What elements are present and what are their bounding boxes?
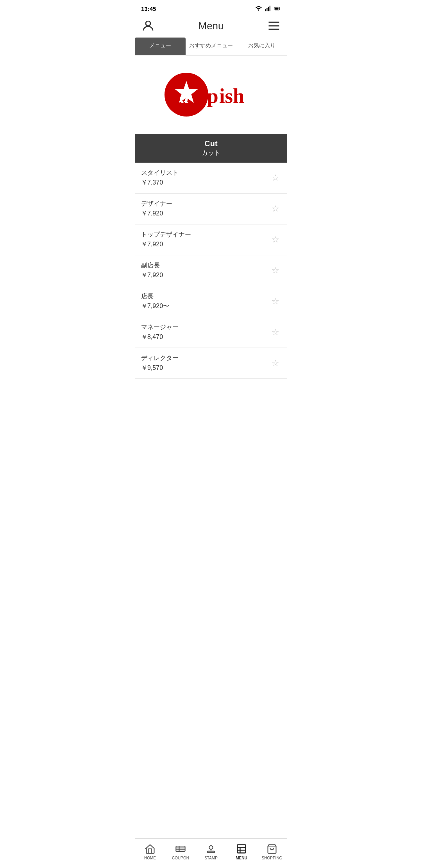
nav-menu-label: MENU <box>236 856 247 860</box>
svg-rect-5 <box>275 7 279 9</box>
nav-coupon-label: COUPON <box>172 856 189 860</box>
logo-area: a p ish <box>135 56 287 134</box>
home-icon <box>145 843 156 854</box>
menu-item[interactable]: デザイナー ￥7,920 ☆ <box>135 194 287 224</box>
favorite-star-4[interactable]: ☆ <box>270 296 281 307</box>
shopping-icon <box>266 843 277 854</box>
tab-favorites[interactable]: お気に入り <box>236 38 287 55</box>
bottom-nav: HOME COUPON STAMP MENU <box>135 838 287 868</box>
battery-icon <box>274 5 281 12</box>
menu-book-icon <box>236 843 247 854</box>
svg-point-6 <box>146 21 150 26</box>
menu-item-info: トップデザイナー ￥7,920 <box>141 231 191 249</box>
stamp-icon <box>206 843 216 854</box>
signal-icon <box>265 5 272 12</box>
category-header: Cut カット <box>135 134 287 163</box>
menu-item[interactable]: 副店長 ￥7,920 ☆ <box>135 255 287 286</box>
svg-text:a: a <box>180 86 190 107</box>
svg-rect-20 <box>207 851 215 853</box>
menu-item-info: マネージャー ￥8,470 <box>141 323 179 341</box>
menu-item[interactable]: ディレクター ￥9,570 ☆ <box>135 348 287 379</box>
category-ja: カット <box>140 149 282 157</box>
svg-text:p: p <box>207 84 218 107</box>
svg-rect-2 <box>268 7 269 11</box>
menu-item[interactable]: マネージャー ￥8,470 ☆ <box>135 317 287 348</box>
menu-item-info: 副店長 ￥7,920 <box>141 262 163 280</box>
menu-item-info: ディレクター ￥9,570 <box>141 354 179 372</box>
nav-coupon[interactable]: COUPON <box>165 842 196 862</box>
menu-item-info: デザイナー ￥7,920 <box>141 200 172 218</box>
menu-item[interactable]: トップデザイナー ￥7,920 ☆ <box>135 224 287 255</box>
svg-rect-3 <box>270 6 270 11</box>
person-svg <box>141 19 155 33</box>
category-en: Cut <box>140 139 282 148</box>
menu-item[interactable]: スタイリスト ￥7,370 ☆ <box>135 163 287 194</box>
content-area: a p ish Cut カット スタイリスト ￥7,370 ☆ デザイナー ￥7… <box>135 56 287 410</box>
favorite-star-5[interactable]: ☆ <box>270 327 281 338</box>
profile-icon[interactable] <box>141 19 155 33</box>
favorite-star-3[interactable]: ☆ <box>270 265 281 276</box>
menu-icon[interactable] <box>267 19 281 33</box>
tab-recommended[interactable]: おすすめメニュー <box>186 38 236 55</box>
favorite-star-1[interactable]: ☆ <box>270 203 281 214</box>
favorite-star-6[interactable]: ☆ <box>270 358 281 369</box>
menu-item[interactable]: 店長 ￥7,920〜 ☆ <box>135 286 287 317</box>
header-title: Menu <box>155 20 267 32</box>
hamburger-svg <box>267 19 281 33</box>
favorite-star-2[interactable]: ☆ <box>270 234 281 245</box>
tab-menu[interactable]: メニュー <box>135 38 186 55</box>
svg-point-19 <box>209 846 213 849</box>
header: Menu <box>135 16 287 38</box>
wifi-icon <box>255 5 262 12</box>
tab-bar: メニュー おすすめメニュー お気に入り <box>135 38 287 56</box>
nav-shopping-label: SHOPPING <box>262 856 283 860</box>
svg-rect-22 <box>238 845 246 853</box>
favorite-star-0[interactable]: ☆ <box>270 172 281 183</box>
nav-menu[interactable]: MENU <box>226 842 257 862</box>
status-icons <box>255 5 281 12</box>
status-bar: 13:45 <box>135 0 287 16</box>
nav-home-label: HOME <box>144 856 156 860</box>
menu-item-info: スタイリスト ￥7,370 <box>141 169 179 187</box>
nav-shopping[interactable]: SHOPPING <box>257 842 287 862</box>
menu-item-info: 店長 ￥7,920〜 <box>141 292 169 310</box>
nav-stamp-label: STAMP <box>204 856 218 860</box>
svg-rect-0 <box>265 9 266 11</box>
nav-home[interactable]: HOME <box>135 842 165 862</box>
nav-stamp[interactable]: STAMP <box>196 842 226 862</box>
svg-text:ish: ish <box>219 84 244 107</box>
coupon-icon <box>175 843 186 854</box>
svg-rect-15 <box>176 846 185 852</box>
menu-list: スタイリスト ￥7,370 ☆ デザイナー ￥7,920 ☆ トップデザイナー … <box>135 163 287 379</box>
status-time: 13:45 <box>141 5 156 12</box>
brand-logo: a p ish <box>156 63 266 126</box>
svg-rect-1 <box>266 8 267 11</box>
